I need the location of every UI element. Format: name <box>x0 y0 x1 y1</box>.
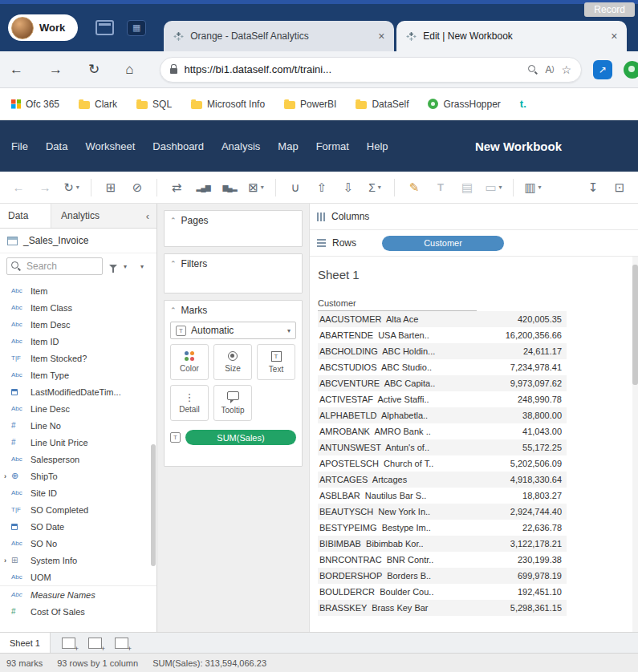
expand-caret-icon[interactable] <box>4 557 11 565</box>
collapse-caret-icon[interactable] <box>170 306 177 314</box>
customer-cell[interactable]: BEAUTYSCH New York In.. <box>318 507 477 516</box>
value-cell[interactable]: 55,172.25 <box>477 443 565 452</box>
sort-rows-desc-icon[interactable] <box>338 177 359 198</box>
datasource-item[interactable]: _Sales_Invoice <box>0 229 156 253</box>
browser-tab-edit-workbook[interactable]: Edit | New Workbook <box>396 21 627 51</box>
customer-cell[interactable]: ALPHABETLD Alphabetla.. <box>318 411 477 420</box>
value-cell[interactable]: 3,122,178.21 <box>477 539 565 549</box>
extension-icon[interactable] <box>624 61 638 79</box>
forward-icon[interactable] <box>35 177 55 198</box>
pages-card[interactable]: Pages <box>164 210 303 247</box>
customer-cell[interactable]: ABARTENDE USA Barten.. <box>318 330 477 340</box>
field-item[interactable]: SO Date <box>0 518 156 535</box>
value-cell[interactable]: 7,234,978.41 <box>477 362 565 372</box>
value-cell[interactable]: 2,924,744.40 <box>477 507 565 516</box>
bookmark-item[interactable]: Microsoft Info <box>191 99 265 110</box>
table-row[interactable]: ABCVENTURE ABC Capita.. 9,973,097.62 <box>318 375 567 391</box>
customer-cell[interactable]: ABCVENTURE ABC Capita.. <box>318 379 477 388</box>
value-cell[interactable]: 9,973,097.62 <box>477 379 565 388</box>
sort-rows-asc-icon[interactable] <box>311 177 332 198</box>
new-worksheet-icon[interactable] <box>62 638 75 649</box>
table-row[interactable]: ABCSTUDIOS ABC Studio.. 7,234,978.41 <box>318 359 567 375</box>
customer-cell[interactable]: AACUSTOMER Alta Ace <box>318 314 477 324</box>
profile-avatar[interactable] <box>11 17 34 39</box>
table-row[interactable]: BIBIMBAB Bibimbab Kor.. 3,122,178.21 <box>318 536 567 552</box>
field-item[interactable]: SO Completed <box>0 501 156 518</box>
workspaces-icon[interactable] <box>95 20 114 35</box>
sort-ascending-icon[interactable] <box>193 177 213 198</box>
field-item[interactable]: LastModifiedDateTim... <box>0 383 156 400</box>
record-button[interactable]: Record <box>584 2 635 17</box>
filter-fields-icon[interactable] <box>109 265 117 269</box>
field-item[interactable]: Measure Names <box>0 585 156 603</box>
pause-updates-icon[interactable] <box>127 177 148 198</box>
table-row[interactable]: ANTUNSWEST Antun's of.. 55,172.25 <box>318 439 567 455</box>
fit-icon[interactable] <box>483 177 504 198</box>
field-item[interactable]: Line No <box>0 417 156 434</box>
bookmark-item[interactable]: DataSelf <box>356 99 408 110</box>
bookmark-item[interactable] <box>520 98 531 110</box>
sheet-title[interactable]: Sheet 1 <box>318 268 638 281</box>
mark-button[interactable]: Size <box>213 344 252 380</box>
value-cell[interactable]: 420,005.35 <box>477 314 565 324</box>
table-row[interactable]: AMROBANK AMRO Bank .. 41,043.00 <box>318 423 567 439</box>
replay-icon[interactable] <box>61 177 82 198</box>
field-item[interactable]: Line Desc <box>0 400 156 417</box>
table-row[interactable]: ALPHABETLD Alphabetla.. 38,800.00 <box>318 407 567 423</box>
table-row[interactable]: ACTIVESTAF Active Staffi.. 248,990.78 <box>318 391 567 407</box>
home-icon[interactable]: ⌂ <box>125 63 133 76</box>
customer-cell[interactable]: ANTUNSWEST Antun's of.. <box>318 443 477 452</box>
table-row[interactable]: BORDERSHOP Borders B.. 699,978.19 <box>318 568 567 584</box>
menu-item[interactable]: Dashboard <box>152 140 204 152</box>
value-cell[interactable]: 18,803.27 <box>477 491 565 500</box>
download-icon[interactable] <box>583 177 603 198</box>
mark-button[interactable]: Detail <box>170 385 209 421</box>
expand-caret-icon[interactable] <box>4 472 11 480</box>
tab-data[interactable]: Data <box>0 204 51 228</box>
table-row[interactable]: BESTYPEIMG Bestype Im.. 22,636.78 <box>318 520 567 536</box>
clear-sheet-icon[interactable] <box>246 177 266 198</box>
value-cell[interactable]: 192,451.10 <box>477 587 565 597</box>
view-scrollbar-thumb[interactable] <box>632 265 638 385</box>
tab-analytics[interactable]: Analytics <box>51 204 139 228</box>
mark-button[interactable]: Text <box>257 344 295 380</box>
value-cell[interactable]: 230,199.38 <box>477 555 565 565</box>
back-icon[interactable] <box>8 177 29 198</box>
new-story-icon[interactable] <box>115 638 128 649</box>
customer-cell[interactable]: ABCSTUDIOS ABC Studio.. <box>318 362 477 372</box>
row-header[interactable]: Customer <box>318 298 477 311</box>
menu-item[interactable]: File <box>11 140 28 152</box>
value-cell[interactable]: 41,043.00 <box>477 427 565 436</box>
sum-sales-pill[interactable]: SUM(Sales) <box>185 430 296 445</box>
customer-cell[interactable]: ACTIVESTAF Active Staffi.. <box>318 395 477 404</box>
close-icon[interactable] <box>608 30 620 43</box>
field-item[interactable]: Site ID <box>0 484 156 501</box>
sheet-tab-active[interactable]: Sheet 1 <box>0 633 51 653</box>
field-item[interactable]: Item Desc <box>0 316 156 333</box>
menu-item[interactable]: Format <box>316 140 349 152</box>
rows-shelf[interactable]: Rows Customer <box>310 230 638 257</box>
mark-type-dropdown[interactable]: Automatic <box>170 322 296 339</box>
bookmark-item[interactable]: Clark <box>79 99 117 110</box>
profile-button[interactable]: Work <box>8 14 78 41</box>
customer-cell[interactable]: APOSTELSCH Church of T.. <box>318 459 477 468</box>
field-item[interactable]: Salesperson <box>0 451 156 468</box>
format-icon[interactable] <box>457 177 477 198</box>
bookmark-item[interactable]: PowerBI <box>284 99 336 110</box>
columns-shelf[interactable]: Columns <box>310 204 638 230</box>
filter-caret-icon[interactable] <box>124 263 127 270</box>
filters-card[interactable]: Filters <box>164 253 303 293</box>
value-cell[interactable]: 38,800.00 <box>477 411 565 420</box>
value-cell[interactable]: 5,298,361.15 <box>477 603 565 613</box>
value-cell[interactable]: 22,636.78 <box>477 523 565 532</box>
mark-button[interactable]: Color <box>170 344 209 380</box>
table-row[interactable]: ABARTENDE USA Barten.. 16,200,356.66 <box>318 327 567 343</box>
mark-button[interactable]: Tooltip <box>213 385 252 421</box>
close-icon[interactable] <box>375 30 388 43</box>
customer-cell[interactable]: ASBLBAR Nautilus Bar S.. <box>318 491 477 500</box>
new-dashboard-icon[interactable] <box>88 638 102 649</box>
field-item[interactable]: Item <box>0 282 156 299</box>
table-row[interactable]: BEAUTYSCH New York In.. 2,924,744.40 <box>318 504 567 520</box>
totals-icon[interactable] <box>364 177 385 198</box>
customer-cell[interactable]: ARTCAGES Artcages <box>318 475 477 484</box>
